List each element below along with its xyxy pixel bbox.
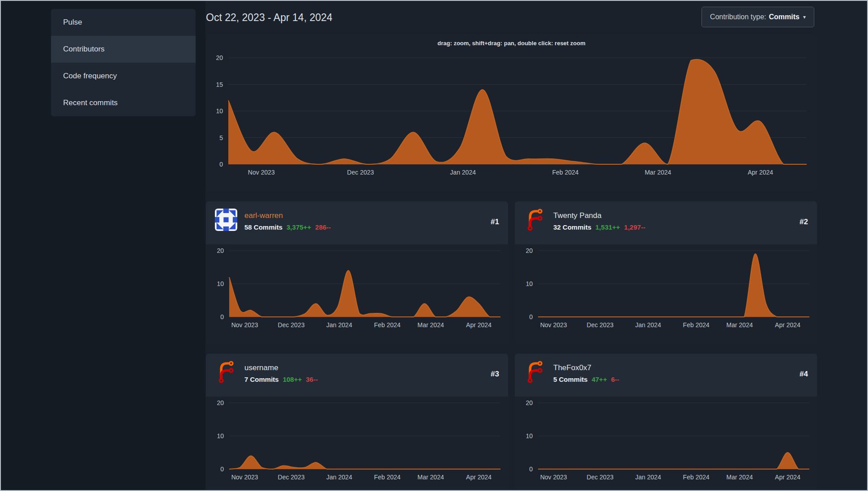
x-tick-label: Apr 2024 <box>466 474 492 481</box>
y-tick-label: 20 <box>217 247 224 254</box>
forgejo-logo-avatar <box>524 209 546 231</box>
sidebar-item-recent-commits[interactable]: Recent commits <box>51 90 196 116</box>
contributor-rank: #3 <box>491 370 499 379</box>
deletions-count: 6-- <box>611 376 619 383</box>
forgejo-logo-avatar <box>524 361 546 383</box>
date-range-title: Oct 22, 2023 - Apr 14, 2024 <box>206 12 333 24</box>
x-tick-label: Apr 2024 <box>775 474 800 481</box>
contributor-card-header: earl-warren 58 Commits 3,375++ 286-- #1 <box>206 201 508 244</box>
contributor-stats: 58 Commits 3,375++ 286-- <box>244 223 331 231</box>
y-tick-label: 5 <box>219 134 223 141</box>
contributor-chart[interactable]: 01020Nov 2023Dec 2023Jan 2024Feb 2024Mar… <box>538 403 809 469</box>
area-chart-svg[interactable] <box>229 403 500 469</box>
commit-count: 7 Commits <box>244 376 279 383</box>
y-tick-label: 10 <box>526 432 533 440</box>
x-tick-label: Feb 2024 <box>552 169 578 176</box>
contribution-type-label: Contribution type: <box>710 13 766 21</box>
additions-count: 108++ <box>283 376 302 383</box>
y-tick-label: 0 <box>219 161 223 168</box>
x-tick-label: Nov 2023 <box>248 169 275 176</box>
area-chart-svg[interactable] <box>538 403 809 469</box>
contributor-chart[interactable]: 01020Nov 2023Dec 2023Jan 2024Feb 2024Mar… <box>538 251 809 317</box>
sidebar-item-pulse[interactable]: Pulse <box>51 9 196 36</box>
x-tick-label: Mar 2024 <box>645 169 671 176</box>
y-tick-label: 10 <box>217 280 224 287</box>
contributor-name-link[interactable]: Twenty Panda <box>553 211 646 220</box>
y-tick-label: 10 <box>216 107 223 115</box>
x-tick-label: Mar 2024 <box>418 474 444 481</box>
x-tick-label: Mar 2024 <box>727 321 753 329</box>
x-tick-label: Apr 2024 <box>466 321 492 329</box>
contributor-card-header: TheFox0x7 5 Commits 47++ 6-- #4 <box>515 354 817 397</box>
y-tick-label: 20 <box>526 399 533 406</box>
overall-activity-card: drag: zoom, shift+drag: pan, double clic… <box>206 34 817 191</box>
contributor-name-link[interactable]: earl-warren <box>244 211 331 220</box>
contribution-type-value: Commits <box>769 13 800 21</box>
contributors-page: Pulse Contributors Code frequency Recent… <box>0 0 868 491</box>
y-tick-label: 0 <box>220 465 224 473</box>
x-tick-label: Dec 2023 <box>278 321 305 329</box>
y-tick-label: 10 <box>526 280 533 287</box>
contributor-card-2: Twenty Panda 32 Commits 1,531++ 1,297-- … <box>515 201 817 345</box>
contributor-name-link[interactable]: username <box>244 363 318 372</box>
x-tick-label: Jan 2024 <box>326 321 352 329</box>
deletions-count: 36-- <box>306 376 318 383</box>
area-chart-svg[interactable] <box>228 58 807 164</box>
contributor-stats: 32 Commits 1,531++ 1,297-- <box>553 223 646 231</box>
sidebar-item-code-frequency[interactable]: Code frequency <box>51 63 196 90</box>
forgejo-logo-avatar <box>215 361 237 383</box>
contributor-card-header: Twenty Panda 32 Commits 1,531++ 1,297-- … <box>515 201 817 244</box>
y-tick-label: 10 <box>217 432 224 440</box>
x-tick-label: Nov 2023 <box>231 474 258 481</box>
deletions-count: 1,297-- <box>624 223 646 231</box>
x-tick-label: Mar 2024 <box>727 474 753 481</box>
y-tick-label: 0 <box>529 465 533 473</box>
contributor-chart[interactable]: 01020Nov 2023Dec 2023Jan 2024Feb 2024Mar… <box>229 251 500 317</box>
y-tick-label: 20 <box>217 399 224 406</box>
contributor-rank: #2 <box>800 218 808 226</box>
x-tick-label: Jan 2024 <box>450 169 476 176</box>
additions-count: 1,531++ <box>595 223 620 231</box>
x-tick-label: Dec 2023 <box>587 474 614 481</box>
contributor-rank: #1 <box>491 218 499 226</box>
contributor-card-4: TheFox0x7 5 Commits 47++ 6-- #4 01020Nov… <box>515 354 817 491</box>
area-chart-svg[interactable] <box>229 251 500 317</box>
sidebar-item-contributors[interactable]: Contributors <box>51 36 196 63</box>
additions-count: 3,375++ <box>286 223 311 231</box>
area-chart-svg[interactable] <box>538 251 809 317</box>
x-tick-label: Mar 2024 <box>418 321 444 329</box>
x-tick-label: Dec 2023 <box>347 169 374 176</box>
activity-sidebar: Pulse Contributors Code frequency Recent… <box>51 9 196 116</box>
additions-count: 47++ <box>592 376 607 383</box>
deletions-count: 286-- <box>315 223 331 231</box>
contributor-card-1: earl-warren 58 Commits 3,375++ 286-- #1 … <box>206 201 508 345</box>
y-tick-label: 20 <box>526 247 533 254</box>
overall-activity-chart[interactable]: 05101520Nov 2023Dec 2023Jan 2024Feb 2024… <box>228 58 807 164</box>
x-tick-label: Nov 2023 <box>231 321 258 329</box>
contribution-type-dropdown[interactable]: Contribution type: Commits ▾ <box>701 7 814 27</box>
contributor-stats: 5 Commits 47++ 6-- <box>553 376 619 383</box>
x-tick-label: Feb 2024 <box>683 321 710 329</box>
commit-count: 5 Commits <box>553 376 588 383</box>
commit-count: 58 Commits <box>244 223 282 231</box>
y-tick-label: 15 <box>216 81 223 88</box>
contributor-stats: 7 Commits 108++ 36-- <box>244 376 318 383</box>
y-tick-label: 0 <box>529 313 533 320</box>
contributor-card-header: username 7 Commits 108++ 36-- #3 <box>206 354 508 397</box>
x-tick-label: Feb 2024 <box>683 474 710 481</box>
contributor-card-3: username 7 Commits 108++ 36-- #3 01020No… <box>206 354 508 491</box>
chevron-down-icon: ▾ <box>803 14 806 20</box>
x-tick-label: Jan 2024 <box>635 474 661 481</box>
x-tick-label: Dec 2023 <box>587 321 614 329</box>
contributor-chart[interactable]: 01020Nov 2023Dec 2023Jan 2024Feb 2024Mar… <box>229 403 500 469</box>
x-tick-label: Feb 2024 <box>374 321 401 329</box>
contributor-rank: #4 <box>800 370 808 379</box>
commit-count: 32 Commits <box>553 223 591 231</box>
y-tick-label: 20 <box>216 54 223 61</box>
x-tick-label: Feb 2024 <box>374 474 401 481</box>
x-tick-label: Dec 2023 <box>278 474 305 481</box>
identicon-avatar <box>215 209 237 231</box>
x-tick-label: Jan 2024 <box>326 474 352 481</box>
x-tick-label: Jan 2024 <box>635 321 661 329</box>
contributor-name-link[interactable]: TheFox0x7 <box>553 363 619 372</box>
